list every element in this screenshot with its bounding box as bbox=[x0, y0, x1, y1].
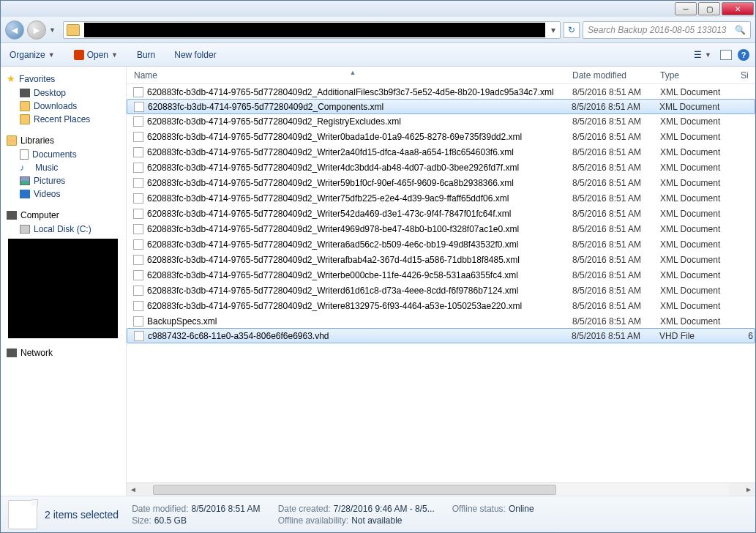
file-name: 620883fc-b3db-4714-9765-5d77280409d2_Wri… bbox=[147, 193, 572, 204]
file-type: XML Document bbox=[660, 147, 741, 157]
refresh-button[interactable]: ↻ bbox=[564, 22, 580, 38]
file-date: 8/5/2016 8:51 AM bbox=[572, 178, 660, 188]
file-date: 8/5/2016 8:51 AM bbox=[572, 270, 660, 280]
scroll-thumb[interactable] bbox=[153, 485, 556, 495]
xml-file-icon bbox=[132, 316, 144, 327]
scroll-left-icon[interactable]: ◄ bbox=[127, 483, 140, 496]
sidebar-item-downloads[interactable]: Downloads bbox=[1, 100, 126, 113]
command-bar: Organize ▼ Open ▼ Burn New folder ☰▼ ? bbox=[1, 43, 755, 67]
sidebar-favorites-header[interactable]: ★ Favorites bbox=[1, 71, 126, 86]
organize-button[interactable]: Organize ▼ bbox=[7, 48, 58, 61]
title-bar[interactable]: ─ ▢ ✕ bbox=[1, 1, 755, 17]
music-icon: ♪ bbox=[20, 163, 31, 173]
address-dropdown[interactable]: ▾ bbox=[547, 25, 560, 35]
forward-button[interactable]: ► bbox=[27, 20, 46, 40]
column-headers: Name ▲ Date modified Type Si bbox=[127, 67, 755, 84]
sidebar-item-music[interactable]: ♪Music bbox=[1, 161, 126, 174]
file-date: 8/5/2016 8:51 AM bbox=[572, 102, 659, 112]
scroll-right-icon[interactable]: ► bbox=[742, 483, 755, 496]
file-date: 8/5/2016 8:51 AM bbox=[572, 209, 660, 219]
details-title: 2 items selected bbox=[45, 509, 119, 521]
file-date: 8/5/2016 8:51 AM bbox=[572, 193, 660, 204]
file-row[interactable]: 620883fc-b3db-4714-9765-5d77280409d2_Wri… bbox=[127, 160, 755, 175]
sidebar-item-desktop[interactable]: Desktop bbox=[1, 86, 126, 100]
maximize-button[interactable]: ▢ bbox=[698, 2, 720, 15]
horizontal-scrollbar[interactable]: ◄ ► bbox=[127, 482, 755, 496]
column-header-name[interactable]: Name ▲ bbox=[127, 70, 572, 81]
file-row[interactable]: 620883fc-b3db-4714-9765-5d77280409d2_Wri… bbox=[127, 252, 755, 267]
network-icon bbox=[7, 348, 17, 357]
xml-file-icon bbox=[132, 208, 144, 220]
file-date: 8/5/2016 8:51 AM bbox=[572, 224, 660, 234]
file-row[interactable]: 620883fc-b3db-4714-9765-5d77280409d2_Add… bbox=[127, 84, 755, 100]
file-name: 620883fc-b3db-4714-9765-5d77280409d2_Com… bbox=[148, 102, 572, 112]
file-date: 8/5/2016 8:51 AM bbox=[572, 331, 659, 341]
address-bar[interactable]: ▾ bbox=[63, 21, 561, 39]
address-path-redacted bbox=[84, 23, 545, 37]
file-type: XML Document bbox=[660, 116, 741, 127]
file-row[interactable]: 620883fc-b3db-4714-9765-5d77280409d2_Wri… bbox=[127, 236, 755, 252]
burn-button[interactable]: Burn bbox=[134, 48, 158, 61]
size-label: Size: bbox=[132, 515, 151, 526]
file-type: XML Document bbox=[660, 87, 741, 97]
sidebar-item-recent-places[interactable]: Recent Places bbox=[1, 113, 126, 126]
office-icon bbox=[74, 50, 84, 60]
file-date: 8/5/2016 8:51 AM bbox=[572, 163, 660, 173]
file-row[interactable]: 620883fc-b3db-4714-9765-5d77280409d2_Wri… bbox=[127, 267, 755, 283]
navigation-pane: ★ Favorites Desktop Downloads Recent Pla… bbox=[1, 67, 127, 496]
file-row[interactable]: 620883fc-b3db-4714-9765-5d77280409d2_Wri… bbox=[127, 221, 755, 236]
file-row[interactable]: 620883fc-b3db-4714-9765-5d77280409d2_Wri… bbox=[127, 206, 755, 221]
history-dropdown[interactable]: ▼ bbox=[49, 26, 56, 34]
help-button[interactable]: ? bbox=[738, 49, 749, 61]
sidebar-item-documents[interactable]: Documents bbox=[1, 148, 126, 161]
column-header-size[interactable]: Si bbox=[741, 70, 755, 81]
file-row[interactable]: 620883fc-b3db-4714-9765-5d77280409d2_Wri… bbox=[127, 298, 755, 313]
sidebar-item-videos[interactable]: Videos bbox=[1, 187, 126, 201]
file-name: BackupSpecs.xml bbox=[147, 316, 572, 327]
sidebar-item-pictures[interactable]: Pictures bbox=[1, 174, 126, 187]
file-row[interactable]: 620883fc-b3db-4714-9765-5d77280409d2_Wri… bbox=[127, 283, 755, 298]
file-row[interactable]: BackupSpecs.xml8/5/2016 8:51 AMXML Docum… bbox=[127, 313, 755, 329]
chevron-down-icon: ▼ bbox=[48, 51, 55, 59]
sidebar-computer-header[interactable]: Computer bbox=[1, 208, 126, 223]
file-name: 620883fc-b3db-4714-9765-5d77280409d2_Wri… bbox=[147, 163, 572, 173]
column-header-type[interactable]: Type bbox=[660, 70, 741, 81]
file-row[interactable]: 620883fc-b3db-4714-9765-5d77280409d2_Wri… bbox=[127, 175, 755, 190]
minimize-button[interactable]: ─ bbox=[675, 2, 697, 15]
xml-file-icon bbox=[132, 177, 144, 189]
file-row[interactable]: 620883fc-b3db-4714-9765-5d77280409d2_Wri… bbox=[127, 129, 755, 144]
file-date: 8/5/2016 8:51 AM bbox=[572, 87, 660, 97]
file-date: 8/5/2016 8:51 AM bbox=[572, 132, 660, 142]
file-name: 620883fc-b3db-4714-9765-5d77280409d2_Wri… bbox=[147, 239, 572, 250]
file-type: VHD File bbox=[659, 331, 740, 341]
file-row[interactable]: 620883fc-b3db-4714-9765-5d77280409d2_Wri… bbox=[127, 144, 755, 160]
file-type: XML Document bbox=[660, 270, 741, 280]
back-button[interactable]: ◄ bbox=[5, 20, 24, 40]
close-button[interactable]: ✕ bbox=[722, 2, 754, 15]
open-button[interactable]: Open ▼ bbox=[71, 48, 121, 61]
search-icon: 🔍 bbox=[735, 25, 746, 35]
file-row[interactable]: 620883fc-b3db-4714-9765-5d77280409d2_Reg… bbox=[127, 113, 755, 129]
file-row[interactable]: 620883fc-b3db-4714-9765-5d77280409d2_Wri… bbox=[127, 190, 755, 206]
file-type: XML Document bbox=[660, 316, 741, 327]
file-name: c9887432-6c68-11e0-a354-806e6f6e6963.vhd bbox=[148, 331, 572, 341]
sidebar-libraries-header[interactable]: Libraries bbox=[1, 133, 126, 148]
sidebar-network-header[interactable]: Network bbox=[1, 346, 126, 360]
xml-file-icon bbox=[132, 131, 144, 143]
file-list[interactable]: 620883fc-b3db-4714-9765-5d77280409d2_Add… bbox=[127, 84, 755, 482]
file-name: 620883fc-b3db-4714-9765-5d77280409d2_Wri… bbox=[147, 132, 572, 142]
file-date: 8/5/2016 8:51 AM bbox=[572, 301, 660, 311]
preview-pane-button[interactable] bbox=[720, 50, 732, 60]
new-folder-button[interactable]: New folder bbox=[171, 48, 219, 61]
xml-file-icon bbox=[132, 193, 144, 204]
desktop-icon bbox=[20, 89, 30, 97]
search-input[interactable]: Search Backup 2016-08-05 133013 🔍 bbox=[583, 21, 751, 39]
file-name: 620883fc-b3db-4714-9765-5d77280409d2_Wri… bbox=[147, 209, 572, 219]
sidebar-item-local-disk[interactable]: Local Disk (C:) bbox=[1, 223, 126, 236]
file-type: XML Document bbox=[660, 209, 741, 219]
file-row[interactable]: 620883fc-b3db-4714-9765-5d77280409d2_Com… bbox=[127, 99, 755, 114]
column-header-date[interactable]: Date modified bbox=[572, 70, 660, 81]
xml-file-icon bbox=[132, 86, 144, 98]
view-options-button[interactable]: ☰▼ bbox=[691, 48, 714, 61]
file-row[interactable]: c9887432-6c68-11e0-a354-806e6f6e6963.vhd… bbox=[127, 328, 755, 343]
